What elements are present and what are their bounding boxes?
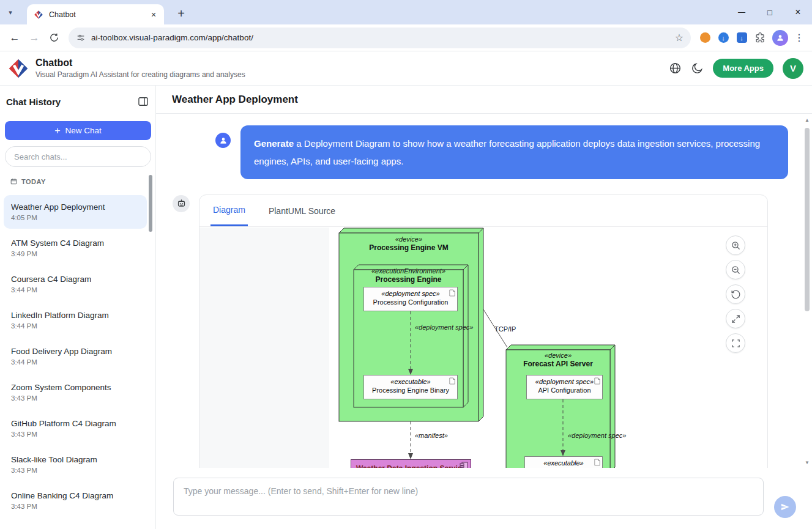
reset-view-button[interactable] xyxy=(726,284,745,304)
chat-title: Slack-like Tool Diagram xyxy=(11,455,140,464)
dark-mode-moon-icon[interactable] xyxy=(691,62,704,75)
user-account-avatar[interactable]: V xyxy=(783,58,803,79)
chat-item-slack[interactable]: Slack-like Tool Diagram 3:43 PM xyxy=(4,448,147,481)
chat-title: Online Banking C4 Diagram xyxy=(11,491,140,500)
main-panel: Weather App Deployment Generate a Deploy… xyxy=(156,86,812,529)
tab-close-icon[interactable]: × xyxy=(148,9,159,20)
apiconfig-name: API Configuration xyxy=(527,387,602,394)
chat-item-banking[interactable]: Online Banking C4 Diagram 3:43 PM xyxy=(4,484,147,517)
address-bar[interactable]: ai-toolbox.visual-paradigm.com/app/chatb… xyxy=(69,28,691,48)
new-chat-label: New Chat xyxy=(65,126,102,135)
edge-label-deployment-spec-1: «deployment spec» xyxy=(415,324,473,331)
user-message-bubble: Generate a Deployment Diagram to show ho… xyxy=(240,125,788,179)
chat-title: Food Delivery App Diagram xyxy=(11,347,140,356)
assistant-avatar xyxy=(173,195,190,212)
chat-item-food-delivery[interactable]: Food Delivery App Diagram 3:44 PM xyxy=(4,339,147,373)
browser-tab-strip: ▾ Chatbot × + — □ × xyxy=(0,0,812,24)
browser-tab[interactable]: Chatbot × xyxy=(27,4,164,24)
document-icon xyxy=(449,377,455,385)
assistant-response-card: Diagram PlantUML Source xyxy=(199,194,768,468)
calendar-icon xyxy=(10,177,18,185)
header-actions: More Apps V xyxy=(669,58,803,79)
conversation-title-row: Weather App Deployment xyxy=(156,86,812,114)
document-icon xyxy=(594,459,600,466)
zoom-in-button[interactable] xyxy=(726,235,745,255)
plus-icon: + xyxy=(54,125,60,136)
exec2-stereotype: «executable» xyxy=(525,459,602,467)
sidebar-scrollbar-thumb[interactable] xyxy=(149,175,152,232)
extensions-puzzle-icon[interactable] xyxy=(751,28,769,48)
chat-title: ATM System C4 Diagram xyxy=(11,239,140,248)
window-controls: — □ × xyxy=(728,0,812,24)
diagram-canvas[interactable]: «device» Processing Engine VM «execution… xyxy=(199,228,767,468)
fit-to-screen-button[interactable] xyxy=(726,309,745,328)
more-apps-button[interactable]: More Apps xyxy=(713,59,773,78)
edge-label-deployment-spec-2: «deployment spec» xyxy=(568,432,626,439)
main-scrollbar[interactable]: ▲ ▼ xyxy=(803,117,811,467)
extension-blue-circle-icon[interactable]: ↓ xyxy=(714,28,732,48)
chat-history-sidebar: Chat History + New Chat TODAY Weather Ap… xyxy=(0,86,156,529)
edge-label-tcpip: TCP/IP xyxy=(494,325,516,333)
send-button[interactable] xyxy=(774,496,796,518)
chat-item-zoom[interactable]: Zoom System Components 3:43 PM xyxy=(4,375,147,409)
extension-orange-icon[interactable] xyxy=(696,28,714,48)
zoom-in-icon xyxy=(731,240,741,251)
zoom-out-button[interactable] xyxy=(726,260,745,279)
chat-title: LinkedIn Platform Diagram xyxy=(11,311,140,320)
apiconfig-stereotype: «deployment spec» xyxy=(527,378,602,385)
bookmark-star-icon[interactable]: ☆ xyxy=(675,32,683,43)
chat-title: GitHub Platform C4 Diagram xyxy=(11,419,140,428)
today-label: TODAY xyxy=(21,178,46,185)
user-message-avatar xyxy=(215,133,231,148)
window-minimize-button[interactable]: — xyxy=(728,0,756,24)
search-chats-input[interactable] xyxy=(5,146,151,167)
sidebar-title: Chat History xyxy=(6,97,137,107)
site-info-icon[interactable] xyxy=(76,33,86,43)
document-icon xyxy=(594,377,600,385)
back-button[interactable]: ← xyxy=(5,28,24,48)
fullscreen-button[interactable] xyxy=(726,333,745,353)
chat-list: Weather App Deployment 4:05 PM ATM Syste… xyxy=(0,195,155,517)
url-text[interactable]: ai-toolbox.visual-paradigm.com/app/chatb… xyxy=(91,33,675,42)
chat-item-github[interactable]: GitHub Platform C4 Diagram 3:43 PM xyxy=(4,412,147,445)
new-tab-button[interactable]: + xyxy=(173,5,190,22)
message-input[interactable] xyxy=(173,478,764,516)
scroll-up-arrow[interactable]: ▲ xyxy=(803,117,811,124)
chat-time: 3:49 PM xyxy=(11,250,140,257)
window-maximize-button[interactable]: □ xyxy=(756,0,784,24)
window-close-button[interactable]: × xyxy=(784,0,812,24)
tab-plantuml-source[interactable]: PlantUML Source xyxy=(266,195,338,226)
browser-profile-avatar[interactable] xyxy=(772,30,788,46)
chat-scroll-area[interactable]: Generate a Deployment Diagram to show ho… xyxy=(156,114,812,468)
app-header: Chatbot Visual Paradigm AI Assistant for… xyxy=(0,51,812,86)
chat-item-linkedin[interactable]: LinkedIn Platform Diagram 3:44 PM xyxy=(4,303,147,337)
main-scrollbar-thumb[interactable] xyxy=(805,128,810,311)
chat-time: 3:44 PM xyxy=(11,286,140,294)
config-name: Processing Configuration xyxy=(364,298,457,306)
chat-item-atm[interactable]: ATM System C4 Diagram 3:49 PM xyxy=(4,231,147,265)
forward-button[interactable]: → xyxy=(24,28,44,48)
tab-search-icon[interactable]: ▾ xyxy=(5,7,16,18)
ingestion-service-artifact: Weather Data Ingestion Service xyxy=(351,459,471,468)
new-chat-button[interactable]: + New Chat xyxy=(5,121,151,140)
tab-title: Chatbot xyxy=(49,10,148,19)
scroll-down-arrow[interactable]: ▼ xyxy=(803,459,811,467)
message-composer xyxy=(156,468,812,529)
tab-diagram[interactable]: Diagram xyxy=(210,195,248,226)
extension-download-icon[interactable]: ↓ xyxy=(732,28,751,48)
reload-button[interactable] xyxy=(44,28,64,48)
browser-menu-kebab-icon[interactable]: ⋮ xyxy=(791,32,807,43)
diagram-viewer-toolbar xyxy=(726,235,745,353)
document-icon xyxy=(449,289,455,297)
binary-stereotype: «executable» xyxy=(364,378,457,385)
chat-time: 3:43 PM xyxy=(11,467,140,474)
visual-paradigm-logo xyxy=(7,57,29,80)
chat-item-weather-app[interactable]: Weather App Deployment 4:05 PM xyxy=(4,195,147,229)
collapse-panel-icon[interactable] xyxy=(137,95,149,108)
language-globe-icon[interactable] xyxy=(669,62,682,75)
fullscreen-corners-icon xyxy=(731,338,741,349)
diagram-tabs: Diagram PlantUML Source xyxy=(199,195,767,227)
screen: { "browser": { "tab_title": "Chatbot", "… xyxy=(0,0,812,529)
chat-item-coursera[interactable]: Coursera C4 Diagram 3:44 PM xyxy=(4,267,147,301)
ingestion-name: Weather Data Ingestion Service xyxy=(356,464,466,468)
